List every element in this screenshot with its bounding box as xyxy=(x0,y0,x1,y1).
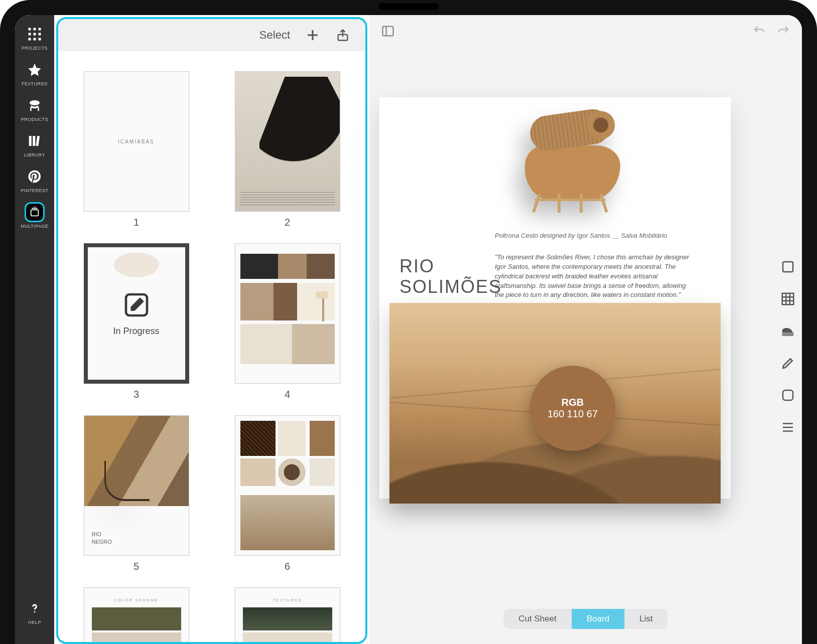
page-thumbnail[interactable]: ICAMIABAS 1 xyxy=(78,71,194,228)
thumb-preview xyxy=(235,71,340,212)
svg-rect-10 xyxy=(30,107,32,111)
brand-text: ICAMIABAS xyxy=(118,139,154,144)
sidebar-item-label: MULTIPAGE xyxy=(21,224,48,229)
sidebar-item-help[interactable]: HELP xyxy=(20,598,50,625)
svg-rect-4 xyxy=(34,33,36,36)
portrait-silhouette xyxy=(259,77,340,187)
page-thumbnail[interactable]: 2 xyxy=(229,71,345,228)
board-title: RIO SOLIMÕES xyxy=(399,256,502,297)
thumb-preview: TEXTURES xyxy=(235,587,340,642)
sidebar-toggle-button[interactable] xyxy=(379,23,396,40)
palette-tool-icon[interactable] xyxy=(779,322,797,340)
device-notch xyxy=(378,3,439,10)
list-tool-icon[interactable] xyxy=(779,418,797,436)
help-icon xyxy=(25,598,45,618)
crop-tool-icon[interactable] xyxy=(779,258,797,276)
svg-rect-21 xyxy=(782,333,794,337)
color-swatch[interactable]: RGB 160 110 67 xyxy=(530,366,615,451)
app-sidebar: PROJECTS FEATURED PRODUCTS LIBRARY xyxy=(15,15,54,644)
thumb-title: TEXTURES xyxy=(243,598,332,602)
svg-rect-19 xyxy=(383,27,393,36)
sidebar-item-label: PRODUCTS xyxy=(21,117,49,122)
pencil-tool-icon[interactable] xyxy=(779,354,797,372)
multipage-toolbar: Select xyxy=(58,19,365,51)
page-thumbnail[interactable]: RIONEGRO 5 xyxy=(78,415,194,572)
page-thumbnail-grid: ICAMIABAS 1 2 xyxy=(58,51,365,642)
sidebar-item-products[interactable]: PRODUCTS xyxy=(20,95,50,122)
svg-rect-3 xyxy=(29,33,31,36)
svg-rect-8 xyxy=(39,38,41,41)
thumb-preview-inprogress: In Progress xyxy=(84,243,189,384)
page-number: 5 xyxy=(133,561,139,572)
sidebar-item-pinterest[interactable]: PINTEREST xyxy=(20,167,50,193)
library-icon xyxy=(25,131,45,151)
svg-rect-20 xyxy=(783,262,793,272)
svg-rect-11 xyxy=(38,107,39,111)
svg-rect-13 xyxy=(33,136,35,146)
sidebar-item-label: HELP xyxy=(28,620,41,625)
page-thumbnail[interactable]: 4 xyxy=(229,243,345,400)
grid-tool-icon[interactable] xyxy=(779,290,797,308)
title-line-2: SOLIMÕES xyxy=(399,276,502,297)
thumb-preview: COLOR SCHEME xyxy=(84,587,189,642)
thumb-title: COLOR SCHEME xyxy=(92,598,181,602)
canvas-body[interactable]: Poltrona Cesto designed by Igor Santos _… xyxy=(369,47,802,644)
sidebar-item-label: PINTEREST xyxy=(21,188,48,193)
select-button[interactable]: Select xyxy=(259,29,290,42)
svg-rect-7 xyxy=(34,38,36,41)
sidebar-item-library[interactable]: LIBRARY xyxy=(20,131,50,157)
sidebar-item-featured[interactable]: FEATURED xyxy=(20,60,50,86)
grid-icon xyxy=(25,24,45,44)
swatch-label: RGB xyxy=(562,397,584,408)
swatch-value: 160 110 67 xyxy=(548,408,598,420)
mood-board: Poltrona Cesto designed by Igor Santos _… xyxy=(379,97,731,499)
page-number: 3 xyxy=(133,389,139,400)
sidebar-item-multipage[interactable]: MULTIPAGE xyxy=(20,202,50,229)
multipage-icon xyxy=(25,202,45,222)
placeholder-text-lines xyxy=(240,192,335,207)
sidebar-item-label: FEATURED xyxy=(22,81,48,86)
page-thumbnail[interactable]: COLOR SCHEME 7 xyxy=(78,587,194,642)
page-thumbnail-current[interactable]: In Progress 3 xyxy=(78,243,194,400)
add-page-button[interactable] xyxy=(305,28,320,43)
product-image[interactable] xyxy=(495,112,645,228)
title-line-1: RIO xyxy=(399,256,502,276)
page-number: 4 xyxy=(285,389,290,400)
canvas-panel: Poltrona Cesto designed by Igor Santos _… xyxy=(369,15,802,644)
canvas-tool-rail xyxy=(774,258,802,436)
shape-tool-icon[interactable] xyxy=(779,386,797,404)
svg-rect-6 xyxy=(29,38,31,41)
segment-board[interactable]: Board xyxy=(572,609,624,629)
edit-icon xyxy=(122,291,151,319)
pinterest-icon xyxy=(25,167,45,187)
page-number: 2 xyxy=(285,217,290,228)
thumb-preview: ICAMIABAS xyxy=(84,71,189,212)
redo-button[interactable] xyxy=(775,23,792,40)
svg-rect-22 xyxy=(783,390,793,400)
sidebar-item-label: PROJECTS xyxy=(22,46,48,51)
segment-list[interactable]: List xyxy=(624,609,667,629)
undo-button[interactable] xyxy=(751,23,768,40)
page-thumbnail[interactable]: 6 xyxy=(229,415,345,572)
product-caption: Poltrona Cesto designed by Igor Santos _… xyxy=(495,232,711,239)
sidebar-item-projects[interactable]: PROJECTS xyxy=(20,24,50,51)
page-number: 6 xyxy=(285,561,290,572)
thumb-preview xyxy=(235,415,340,556)
multipage-panel: Select ICAMIABAS 1 xyxy=(56,17,367,644)
svg-rect-15 xyxy=(31,210,39,216)
star-icon xyxy=(25,60,45,80)
board-description: "To represent the Solimões River, I chos… xyxy=(495,253,696,300)
svg-point-16 xyxy=(34,611,36,613)
thumb-preview: RIONEGRO xyxy=(84,415,189,556)
svg-rect-12 xyxy=(29,136,32,146)
chair-icon xyxy=(25,95,45,115)
page-thumbnail[interactable]: TEXTURES 8 xyxy=(229,587,345,642)
view-mode-segmented: Cut Sheet Board List xyxy=(503,609,667,629)
svg-point-9 xyxy=(30,100,40,105)
thumb-caption: RIONEGRO xyxy=(92,531,112,545)
sidebar-item-label: LIBRARY xyxy=(24,152,45,157)
share-button[interactable] xyxy=(335,28,350,43)
segment-cutsheet[interactable]: Cut Sheet xyxy=(503,609,572,629)
canvas-toolbar xyxy=(369,15,802,47)
svg-rect-0 xyxy=(29,28,31,31)
